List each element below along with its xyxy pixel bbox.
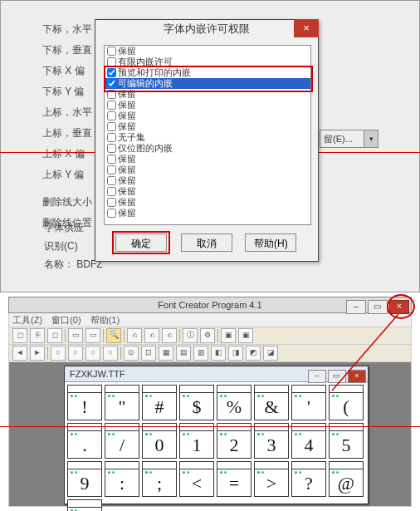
toolbar-btn[interactable]: ▭ bbox=[85, 328, 100, 343]
doc-close[interactable]: × bbox=[348, 370, 366, 383]
cancel-button[interactable]: 取消 bbox=[181, 233, 232, 252]
glyph-cell[interactable]: < bbox=[179, 461, 214, 497]
permission-item[interactable]: 保留 bbox=[105, 186, 310, 197]
glyph-cell[interactable]: ( bbox=[329, 385, 364, 420]
menu-tools[interactable]: 工具(Z) bbox=[12, 315, 42, 325]
permission-item[interactable]: 保留 bbox=[105, 89, 310, 100]
toolbar-btn[interactable]: ▣ bbox=[221, 328, 236, 343]
close-icon[interactable]: × bbox=[294, 19, 319, 37]
permission-checkbox[interactable] bbox=[107, 57, 116, 66]
permission-item[interactable]: 保留 bbox=[105, 46, 310, 57]
glyph-cell[interactable]: 0 bbox=[142, 423, 177, 459]
permission-item[interactable]: 保留 bbox=[105, 197, 310, 208]
glyph-cell[interactable]: / bbox=[105, 423, 139, 459]
permission-checkbox[interactable] bbox=[107, 155, 116, 164]
glyph-cell[interactable]: 3 bbox=[254, 423, 289, 459]
permission-item[interactable]: 保留 bbox=[105, 208, 310, 219]
toolbar-btn[interactable]: ▣ bbox=[238, 328, 253, 343]
nav-right-icon[interactable]: ► bbox=[30, 346, 45, 361]
toolbar-btn[interactable]: ▭ bbox=[68, 328, 83, 343]
glyph-cell[interactable]: # bbox=[142, 385, 177, 420]
permission-item[interactable]: 可编辑的内嵌 bbox=[105, 78, 310, 89]
permission-checkbox[interactable] bbox=[107, 79, 116, 88]
toolbar-btn[interactable]: ◻ bbox=[47, 328, 62, 343]
permission-item[interactable]: 无子集 bbox=[105, 132, 310, 143]
toolbar-btn[interactable]: ⊡ bbox=[141, 346, 156, 361]
permission-item[interactable]: 保留 bbox=[105, 154, 310, 165]
toolbar-btn[interactable]: ▤ bbox=[176, 346, 191, 361]
permission-item[interactable]: 保留 bbox=[105, 175, 310, 186]
menu-window[interactable]: 窗口(0) bbox=[51, 315, 81, 325]
find-icon[interactable]: 🔍 bbox=[106, 328, 121, 343]
permission-checkbox[interactable] bbox=[107, 101, 116, 110]
permission-item[interactable]: 保留 bbox=[105, 100, 310, 111]
glyph-cell[interactable]: ; bbox=[142, 461, 177, 497]
menu-help[interactable]: 帮助(1) bbox=[90, 315, 120, 325]
toolbar-btn[interactable]: ⎌ bbox=[144, 328, 159, 343]
toolbar-btn[interactable]: ○ bbox=[68, 346, 83, 361]
permission-checkbox[interactable] bbox=[107, 198, 116, 207]
glyph-cell[interactable]: ? bbox=[291, 461, 326, 497]
toolbar-btn[interactable]: ◧ bbox=[211, 346, 226, 361]
close-button[interactable]: × bbox=[389, 300, 409, 314]
glyph-cell[interactable]: & bbox=[254, 385, 289, 420]
permission-checkbox[interactable] bbox=[107, 144, 116, 153]
glyph-cell[interactable]: 1 bbox=[179, 423, 214, 459]
permission-item[interactable]: 预览和打印的内嵌 bbox=[105, 67, 310, 78]
permission-checkbox[interactable] bbox=[107, 176, 116, 185]
glyph-cell[interactable]: 4 bbox=[291, 423, 326, 459]
help-button[interactable]: 帮助(H) bbox=[245, 233, 296, 252]
permission-checkbox[interactable] bbox=[107, 68, 116, 77]
toolbar-btn[interactable]: ▥ bbox=[193, 346, 208, 361]
glyph-cell[interactable]: 5 bbox=[329, 423, 364, 459]
toolbar-btn[interactable]: ○ bbox=[85, 346, 100, 361]
toolbar-btn[interactable]: ⎌ bbox=[162, 328, 177, 343]
permission-checkbox[interactable] bbox=[107, 187, 116, 196]
glyph-cell[interactable]: : bbox=[105, 461, 139, 497]
permission-checkbox[interactable] bbox=[107, 209, 116, 218]
toolbar-btn[interactable]: ◨ bbox=[228, 346, 243, 361]
permission-item[interactable]: 保留 bbox=[105, 121, 310, 132]
glyph-cell[interactable]: " bbox=[105, 385, 139, 420]
toolbar-btn[interactable]: ▦ bbox=[159, 346, 173, 361]
permission-checkbox[interactable] bbox=[107, 165, 116, 174]
minimize-button[interactable]: – bbox=[346, 300, 366, 314]
toolbar-btn[interactable]: ◻ bbox=[12, 328, 27, 343]
glyph-cell[interactable]: ! bbox=[67, 385, 102, 420]
glyph-cell[interactable]: A bbox=[67, 499, 102, 511]
nav-left-icon[interactable]: ◄ bbox=[12, 346, 27, 361]
permissions-list[interactable]: 保留有限内嵌许可预览和打印的内嵌可编辑的内嵌保留保留保留保留无子集仅位图的内嵌保… bbox=[104, 45, 311, 225]
glyph-cell[interactable]: = bbox=[217, 461, 252, 497]
glyph-cell[interactable]: % bbox=[217, 385, 252, 420]
bg-combo-embed[interactable]: 留(E)... ▾ bbox=[320, 130, 378, 148]
permission-item[interactable]: 仅位图的内嵌 bbox=[105, 143, 310, 154]
permission-item[interactable]: 保留 bbox=[105, 165, 310, 175]
permission-checkbox[interactable] bbox=[107, 111, 116, 120]
toolbar-btn[interactable]: ⎌ bbox=[127, 328, 142, 343]
toolbar-btn[interactable]: ⚙ bbox=[200, 328, 215, 343]
permission-checkbox[interactable] bbox=[107, 122, 116, 131]
maximize-button[interactable]: ▭ bbox=[368, 300, 388, 314]
toolbar-btn[interactable]: ◪ bbox=[263, 346, 278, 361]
doc-minimize[interactable]: – bbox=[308, 370, 326, 383]
permission-checkbox[interactable] bbox=[107, 133, 116, 142]
toolbar-btn[interactable]: ◩ bbox=[246, 346, 261, 361]
glyph-cell[interactable]: @ bbox=[329, 461, 364, 497]
toolbar-btn[interactable]: ○ bbox=[103, 346, 118, 361]
toolbar-btn[interactable]: ⎘ bbox=[30, 328, 45, 343]
glyph-cell[interactable]: 2 bbox=[217, 423, 252, 459]
doc-maximize[interactable]: ▭ bbox=[328, 370, 346, 383]
glyph-cell[interactable]: > bbox=[254, 461, 289, 497]
permission-checkbox[interactable] bbox=[107, 90, 116, 99]
permission-item[interactable]: 保留 bbox=[105, 111, 310, 121]
toolbar-btn[interactable]: Ⓘ bbox=[183, 328, 198, 343]
glyph-cell[interactable]: $ bbox=[179, 385, 214, 420]
glyph-cell[interactable]: ' bbox=[291, 385, 326, 420]
toolbar-btn[interactable]: ⊙ bbox=[124, 346, 139, 361]
glyph-cell[interactable]: . bbox=[67, 423, 102, 459]
glyph-cell[interactable]: 9 bbox=[67, 461, 102, 497]
ok-button[interactable]: 确定 bbox=[115, 233, 167, 252]
toolbar-btn[interactable]: ○ bbox=[51, 346, 66, 361]
permission-checkbox[interactable] bbox=[107, 47, 116, 56]
permission-item[interactable]: 有限内嵌许可 bbox=[105, 57, 310, 67]
